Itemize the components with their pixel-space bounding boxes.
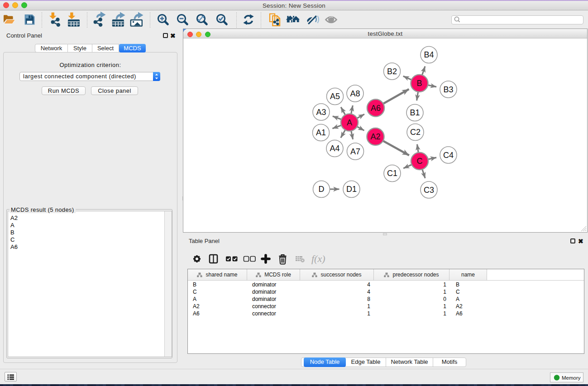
svg-text:B2: B2 — [387, 67, 397, 76]
svg-text:B1: B1 — [410, 108, 420, 117]
svg-text:D1: D1 — [346, 185, 357, 194]
svg-text:A2: A2 — [370, 132, 380, 141]
svg-text:C1: C1 — [387, 169, 397, 178]
svg-text:C3: C3 — [424, 186, 434, 195]
svg-text:Memory: Memory — [562, 375, 581, 380]
svg-text:C2: C2 — [410, 128, 421, 137]
svg-text:f(x): f(x) — [311, 253, 325, 264]
svg-text:B3: B3 — [443, 85, 453, 94]
svg-text:B: B — [416, 79, 422, 88]
svg-text:A6: A6 — [371, 104, 381, 113]
svg-text:A3: A3 — [316, 108, 326, 117]
svg-text:A: A — [347, 118, 352, 127]
svg-text:A4: A4 — [330, 144, 339, 153]
svg-text:C4: C4 — [443, 151, 454, 160]
svg-text:C: C — [417, 157, 423, 166]
svg-text:A7: A7 — [350, 147, 360, 156]
svg-text:A8: A8 — [350, 89, 360, 98]
svg-text:B4: B4 — [424, 50, 434, 59]
svg-text:A1: A1 — [316, 128, 326, 137]
svg-text:A5: A5 — [330, 92, 340, 101]
svg-text:D: D — [319, 185, 325, 194]
